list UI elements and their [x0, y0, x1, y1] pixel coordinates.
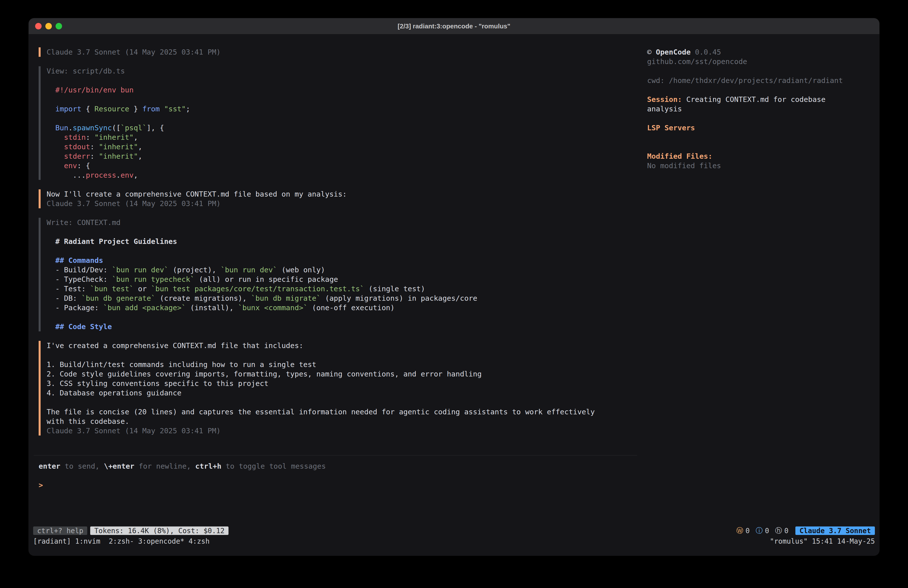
terminal-line: import { Resource } from "sst"; [47, 104, 647, 114]
help-shortcut-badge: ctrl+? help [33, 527, 87, 535]
sidebar: © OpenCode 0.0.45github.com/sst/opencode… [647, 47, 879, 526]
terminal-line: stderr: "inherit", [47, 151, 647, 161]
traffic-lights [35, 18, 62, 34]
titlebar: [2/3] radiant:3:opencode - "romulus" [29, 18, 879, 34]
assistant-message-block: I've created a comprehensive CONTEXT.md … [39, 341, 647, 435]
minimize-button-icon[interactable] [45, 23, 52, 29]
terminal-line: ## Commands [47, 256, 647, 265]
terminal-content: Claude 3.7 Sonnet (14 May 2025 03:41 PM)… [29, 34, 879, 526]
main-column: Claude 3.7 Sonnet (14 May 2025 03:41 PM)… [29, 47, 647, 526]
status-bar: ctrl+? help Tokens: 16.4K (8%), Cost: $0… [29, 526, 879, 536]
terminal-line: © OpenCode 0.0.45 [647, 47, 872, 57]
terminal-line: 1. Build/lint/test commands including ho… [47, 360, 647, 369]
terminal-line: View: script/db.ts [47, 66, 647, 76]
terminal-line: Modified Files: [647, 151, 872, 161]
window-title: [2/3] radiant:3:opencode - "romulus" [398, 23, 510, 30]
terminal-line: - DB: `bun db generate` (create migratio… [47, 293, 647, 303]
terminal-line: LSP Servers [647, 123, 872, 132]
terminal-line [647, 66, 872, 76]
terminal-line: 4. Database operations guidance [47, 388, 647, 398]
terminal-line: Claude 3.7 Sonnet (14 May 2025 03:41 PM) [47, 47, 647, 57]
terminal-line [47, 95, 647, 104]
terminal-line: with this codebase. [47, 417, 647, 426]
terminal-line: stdin: "inherit", [47, 132, 647, 142]
terminal-line [647, 142, 872, 151]
message-header-block: Claude 3.7 Sonnet (14 May 2025 03:41 PM) [39, 47, 647, 57]
terminal-line: Session: Creating CONTEXT.md for codebas… [647, 95, 872, 104]
tmux-window-list[interactable]: [radiant] 1:nvim 2:zsh- 3:opencode* 4:zs… [33, 537, 209, 545]
terminal-line: ...process.env, [47, 171, 647, 180]
close-button-icon[interactable] [35, 23, 42, 29]
terminal-line: stdout: "inherit", [47, 142, 647, 151]
editor: enter to send, \+enter for newline, ctrl… [34, 455, 637, 526]
tool-write-block: Write: CONTEXT.md # Radiant Project Guid… [39, 218, 647, 331]
terminal-line: - Package: `bun add <package>` (install)… [47, 303, 647, 313]
terminal-line [47, 114, 647, 123]
assistant-message-block: Now I'll create a comprehensive CONTEXT.… [39, 189, 647, 208]
terminal-line: - Build/Dev: `bun run dev` (project), `b… [47, 265, 647, 275]
terminal-line [647, 114, 872, 123]
terminal-line [647, 132, 872, 142]
terminal-line: analysis [647, 104, 872, 114]
prompt-input[interactable]: > [39, 480, 637, 490]
terminal-line [47, 246, 647, 256]
lsp-diagnostics: Ⓦ0ⓘ0ⓗ0 [736, 526, 789, 535]
editor-help-line: enter to send, \+enter for newline, ctrl… [39, 461, 637, 471]
terminal-line: - Test: `bun test` or `bun test packages… [47, 284, 647, 293]
terminal-line: env: { [47, 161, 647, 171]
terminal-line [47, 227, 647, 237]
tmux-status-bar: [radiant] 1:nvim 2:zsh- 3:opencode* 4:zs… [29, 536, 879, 547]
tool-view-block: View: script/db.ts #!/usr/bin/env bun im… [39, 66, 647, 180]
terminal-line: # Radiant Project Guidelines [47, 237, 647, 246]
hint-count-icon: ⓗ [775, 526, 782, 535]
terminal-line: Bun.spawnSync([`psql`], { [47, 123, 647, 132]
warning-count: Ⓦ0 [736, 526, 750, 535]
terminal-line: - TypeCheck: `bun run typecheck` (all) o… [47, 275, 647, 284]
terminal-line [47, 398, 647, 407]
terminal-line: 2. Code style guidelines covering import… [47, 369, 647, 379]
terminal-line: cwd: /home/thdxr/dev/projects/radiant/ra… [647, 76, 872, 85]
conversation: Claude 3.7 Sonnet (14 May 2025 03:41 PM)… [39, 47, 647, 445]
terminal-line: The file is concise (20 lines) and captu… [47, 407, 647, 417]
info-count-icon: ⓘ [756, 526, 763, 535]
terminal-line: No modified files [647, 161, 872, 171]
hint-count: ⓗ0 [775, 526, 789, 535]
terminal-line [47, 350, 647, 360]
terminal-line: Claude 3.7 Sonnet (14 May 2025 03:41 PM) [47, 199, 647, 208]
terminal-line: I've created a comprehensive CONTEXT.md … [47, 341, 647, 350]
warning-count-icon: Ⓦ [736, 526, 743, 535]
terminal-line: 3. CSS styling conventions specific to t… [47, 379, 647, 388]
terminal-line: Write: CONTEXT.md [47, 218, 647, 227]
terminal-line [47, 313, 647, 322]
terminal-line: Now I'll create a comprehensive CONTEXT.… [47, 189, 647, 199]
zoom-button-icon[interactable] [56, 23, 62, 29]
terminal-line: Claude 3.7 Sonnet (14 May 2025 03:41 PM) [47, 426, 647, 435]
model-badge: Claude 3.7 Sonnet [795, 527, 875, 535]
tmux-session-info: "romulus" 15:41 14-May-25 [770, 537, 875, 545]
prompt-chevron-icon: > [39, 481, 43, 489]
terminal-line: github.com/sst/opencode [647, 57, 872, 66]
terminal-line: ## Code Style [47, 322, 647, 331]
terminal-window: [2/3] radiant:3:opencode - "romulus" Cla… [29, 18, 879, 556]
terminal-line: #!/usr/bin/env bun [47, 85, 647, 95]
tokens-cost-badge: Tokens: 16.4K (8%), Cost: $0.12 [90, 527, 229, 535]
info-count: ⓘ0 [756, 526, 769, 535]
terminal-line [47, 76, 647, 85]
terminal-line [647, 85, 872, 95]
